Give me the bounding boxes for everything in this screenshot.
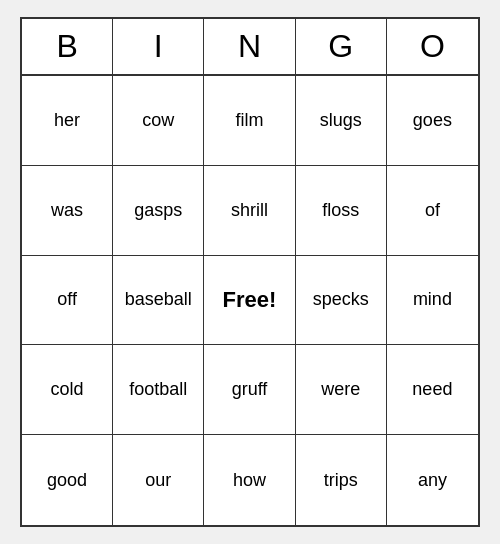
bingo-cell-1: cow — [113, 76, 204, 166]
bingo-header: B I N G O — [22, 19, 478, 76]
bingo-grid: hercowfilmslugsgoeswasgaspsshrillflossof… — [22, 76, 478, 525]
bingo-cell-12: Free! — [204, 256, 295, 346]
bingo-card: B I N G O hercowfilmslugsgoeswasgaspsshr… — [20, 17, 480, 527]
bingo-cell-11: baseball — [113, 256, 204, 346]
bingo-cell-10: off — [22, 256, 113, 346]
header-o: O — [387, 19, 478, 74]
header-b: B — [22, 19, 113, 74]
bingo-cell-4: goes — [387, 76, 478, 166]
bingo-cell-20: good — [22, 435, 113, 525]
bingo-cell-23: trips — [296, 435, 387, 525]
bingo-cell-13: specks — [296, 256, 387, 346]
header-g: G — [296, 19, 387, 74]
bingo-cell-15: cold — [22, 345, 113, 435]
bingo-cell-7: shrill — [204, 166, 295, 256]
bingo-cell-0: her — [22, 76, 113, 166]
bingo-cell-6: gasps — [113, 166, 204, 256]
bingo-cell-17: gruff — [204, 345, 295, 435]
bingo-cell-18: were — [296, 345, 387, 435]
bingo-cell-9: of — [387, 166, 478, 256]
bingo-cell-19: need — [387, 345, 478, 435]
bingo-cell-22: how — [204, 435, 295, 525]
header-n: N — [204, 19, 295, 74]
bingo-cell-21: our — [113, 435, 204, 525]
bingo-cell-8: floss — [296, 166, 387, 256]
bingo-cell-2: film — [204, 76, 295, 166]
header-i: I — [113, 19, 204, 74]
bingo-cell-14: mind — [387, 256, 478, 346]
bingo-cell-24: any — [387, 435, 478, 525]
bingo-cell-16: football — [113, 345, 204, 435]
bingo-cell-3: slugs — [296, 76, 387, 166]
bingo-cell-5: was — [22, 166, 113, 256]
